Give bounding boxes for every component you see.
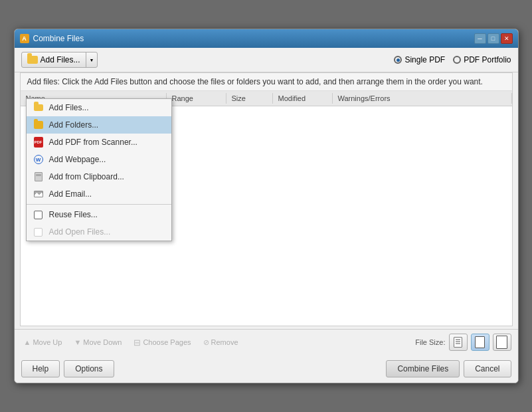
add-files-main[interactable]: Add Files... (22, 52, 86, 67)
menu-add-folders-label: Add Folders... (49, 120, 99, 130)
add-files-label: Add Files... (41, 55, 80, 64)
file-size-group: File Size: (415, 334, 511, 351)
menu-add-email[interactable]: Add Email... (27, 185, 171, 203)
move-up-button[interactable]: ▲ Move Up (21, 337, 65, 348)
menu-add-clipboard-label: Add from Clipboard... (49, 172, 124, 181)
add-email-menu-icon (33, 189, 44, 199)
pdf-portfolio-radio[interactable] (453, 56, 461, 64)
close-button[interactable]: ✕ (501, 33, 513, 44)
combine-button[interactable]: Combine Files (386, 360, 460, 377)
add-files-icon (27, 56, 38, 64)
add-open-files-menu-icon (33, 227, 44, 237)
choose-pages-button[interactable]: ⊟ Choose Pages (131, 336, 193, 349)
size-small-icon (454, 337, 462, 348)
single-pdf-option[interactable]: Single PDF (394, 55, 445, 64)
single-pdf-label: Single PDF (404, 55, 445, 64)
add-files-dropdown-menu: Add Files... Add Folders... PDF Add PDF … (26, 98, 172, 241)
remove-icon: ⊘ (203, 338, 209, 347)
combine-files-window: A Combine Files ─ □ ✕ Add Files... Singl… (14, 29, 519, 383)
menu-add-webpage-label: Add Webpage... (49, 155, 106, 164)
menu-add-files-label: Add Files... (49, 103, 89, 112)
pdf-portfolio-label: PDF Portfolio (464, 55, 511, 64)
choose-pages-icon: ⊟ (133, 338, 141, 348)
add-scanner-menu-icon: PDF (33, 137, 44, 148)
move-up-label: Move Up (33, 338, 62, 346)
cancel-button[interactable]: Cancel (464, 360, 511, 377)
choose-pages-label: Choose Pages (143, 338, 191, 346)
reuse-files-menu-icon (33, 209, 44, 220)
menu-add-clipboard[interactable]: Add from Clipboard... (27, 168, 171, 185)
window-title: Combine Files (33, 34, 84, 43)
menu-add-files[interactable]: Add Files... (27, 99, 171, 116)
window-controls: ─ □ ✕ (474, 33, 513, 44)
size-medium-icon (475, 336, 485, 348)
options-button[interactable]: Options (64, 360, 114, 377)
menu-add-open-files: Add Open Files... (27, 223, 171, 241)
menu-add-email-label: Add Email... (49, 189, 92, 199)
add-folders-menu-icon (33, 120, 44, 130)
instruction-text: Add files: Click the Add Files button an… (27, 77, 483, 86)
menu-add-scanner-label: Add PDF from Scanner... (49, 138, 137, 147)
add-files-dropdown-button[interactable]: Add Files... (21, 52, 98, 68)
content-area: Add Files... Add Folders... PDF Add PDF … (20, 72, 513, 326)
size-large-icon (496, 336, 507, 349)
col-header-range: Range (167, 93, 226, 104)
instruction-bar: Add files: Click the Add Files button an… (21, 73, 512, 91)
move-up-icon: ▲ (24, 338, 31, 346)
footer-left: Help Options (21, 360, 114, 377)
add-clipboard-menu-icon (33, 171, 44, 182)
output-type-group: Single PDF PDF Portfolio (394, 55, 511, 64)
title-bar: A Combine Files ─ □ ✕ (15, 29, 518, 48)
minimize-button[interactable]: ─ (474, 33, 486, 44)
file-size-label: File Size: (415, 338, 445, 346)
instruction-text-cont: and then arrange them in the order you w… (323, 77, 483, 86)
col-header-size: Size (226, 93, 273, 104)
footer: Help Options Combine Files Cancel (15, 355, 518, 383)
menu-add-open-files-label: Add Open Files... (49, 227, 111, 237)
col-header-modified: Modified (273, 93, 333, 104)
bottom-toolbar: ▲ Move Up ▼ Move Down ⊟ Choose Pages ⊘ R… (15, 329, 518, 355)
col-header-warnings: Warnings/Errors (333, 93, 512, 104)
top-toolbar: Add Files... Single PDF PDF Portfolio (15, 48, 518, 72)
help-button[interactable]: Help (21, 360, 60, 377)
footer-right: Combine Files Cancel (386, 360, 511, 377)
size-medium-button[interactable] (471, 334, 489, 351)
title-bar-left: A Combine Files (20, 34, 84, 43)
size-large-button[interactable] (493, 334, 511, 351)
menu-separator (27, 204, 171, 205)
menu-add-webpage[interactable]: W Add Webpage... (27, 151, 171, 168)
single-pdf-radio[interactable] (394, 56, 402, 64)
maximize-button[interactable]: □ (488, 33, 499, 44)
move-down-label: Move Down (83, 338, 122, 346)
pdf-portfolio-option[interactable]: PDF Portfolio (453, 55, 511, 64)
menu-reuse-files-label: Reuse Files... (49, 210, 98, 219)
add-files-menu-icon (33, 102, 44, 113)
remove-button[interactable]: ⊘ Remove (201, 337, 241, 348)
add-webpage-menu-icon: W (33, 154, 44, 165)
add-files-arrow[interactable] (86, 55, 98, 65)
move-down-icon: ▼ (74, 338, 81, 346)
menu-add-folders[interactable]: Add Folders... (27, 116, 171, 134)
size-small-button[interactable] (449, 334, 468, 351)
menu-reuse-files[interactable]: Reuse Files... (27, 206, 171, 223)
remove-label: Remove (211, 338, 238, 346)
action-buttons: ▲ Move Up ▼ Move Down ⊟ Choose Pages ⊘ R… (21, 336, 241, 349)
menu-add-pdf-scanner[interactable]: PDF Add PDF from Scanner... (27, 134, 171, 151)
app-icon: A (20, 34, 29, 43)
move-down-button[interactable]: ▼ Move Down (71, 337, 124, 348)
